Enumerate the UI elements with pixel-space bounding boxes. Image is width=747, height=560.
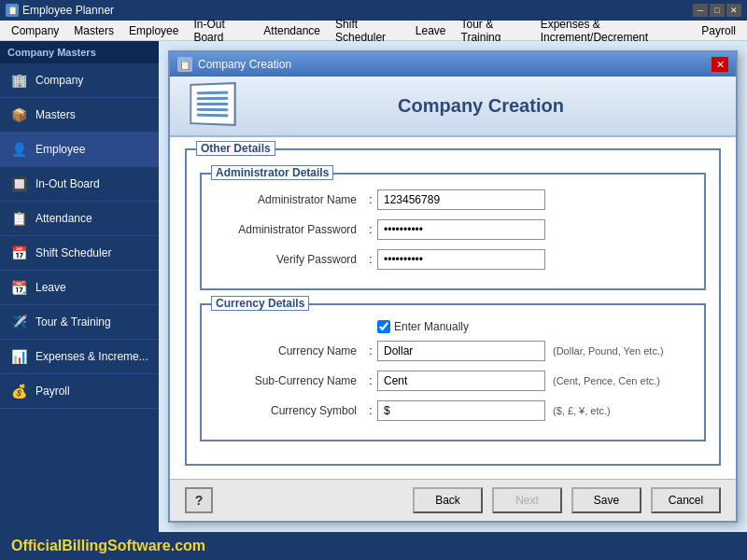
sub-currency-label: Sub-Currency Name — [215, 374, 364, 387]
currency-name-input[interactable] — [377, 341, 545, 361]
currency-details-section: Currency Details Enter Manually Currency… — [200, 303, 706, 441]
content-area: 📋 Company Creation ✕ — [159, 41, 747, 532]
enter-manually-label: Enter Manually — [394, 320, 469, 333]
dialog-window: 📋 Company Creation ✕ — [168, 50, 738, 523]
app-icon: 📋 — [6, 4, 19, 17]
sidebar-item-leave-label: Leave — [35, 281, 66, 294]
menu-company[interactable]: Company — [4, 22, 66, 39]
save-button[interactable]: Save — [571, 487, 641, 513]
sidebar: Company Masters 🏢 Company 📦 Masters 👤 Em… — [0, 41, 159, 532]
main-layout: Company Masters 🏢 Company 📦 Masters 👤 Em… — [0, 41, 747, 532]
company-icon: 🏢 — [9, 71, 28, 90]
sidebar-item-inout-label: In-Out Board — [35, 177, 100, 190]
sidebar-item-masters-label: Masters — [35, 108, 76, 121]
tour-icon: ✈️ — [9, 313, 28, 331]
help-button[interactable]: ? — [185, 487, 213, 513]
admin-name-input[interactable] — [377, 189, 545, 210]
title-bar-left: 📋 Employee Planner — [6, 4, 114, 17]
dialog-close-button[interactable]: ✕ — [712, 57, 728, 72]
currency-symbol-label: Currency Symbol — [215, 404, 364, 417]
sidebar-item-expenses[interactable]: 📊 Expenses & Increme... — [0, 340, 159, 374]
branding-bar: OfficialBillingSoftware.com — [0, 532, 747, 560]
sidebar-item-company-label: Company — [35, 74, 83, 87]
sidebar-item-shift-label: Shift Scheduler — [35, 246, 111, 259]
currency-symbol-row: Currency Symbol : ($, £, ¥, etc.) — [215, 400, 691, 421]
sidebar-item-attendance-label: Attendance — [35, 212, 92, 225]
currency-name-label: Currency Name — [215, 344, 364, 357]
sidebar-item-employee-label: Employee — [35, 143, 85, 156]
currency-name-hint: (Dollar, Pound, Yen etc.) — [553, 345, 664, 357]
menu-masters[interactable]: Masters — [66, 22, 121, 39]
inout-icon: 🔲 — [9, 175, 28, 193]
menu-attendance[interactable]: Attendance — [256, 22, 328, 39]
dialog-title-icon: 📋 — [177, 57, 192, 72]
expenses-icon: 📊 — [9, 347, 28, 366]
menu-payroll[interactable]: Payroll — [694, 22, 743, 39]
dialog-footer: ? Back Next Save Cancel — [170, 479, 736, 521]
sidebar-item-company[interactable]: 🏢 Company — [0, 63, 159, 98]
menu-leave[interactable]: Leave — [408, 22, 454, 39]
currency-name-colon: : — [364, 344, 377, 357]
admin-name-label: Administrator Name — [215, 193, 364, 206]
shift-icon: 📅 — [9, 244, 28, 262]
sidebar-item-shift[interactable]: 📅 Shift Scheduler — [0, 236, 159, 271]
enter-manually-checkbox[interactable] — [377, 320, 390, 333]
admin-password-row: Administrator Password : — [215, 219, 691, 240]
sub-currency-input[interactable] — [377, 371, 545, 391]
sub-currency-row: Sub-Currency Name : (Cent, Pence, Cen et… — [215, 371, 691, 391]
menu-employee[interactable]: Employee — [121, 22, 186, 39]
verify-password-input[interactable] — [377, 249, 545, 270]
dialog-content: Other Details Administrator Details Admi… — [170, 137, 736, 479]
sidebar-item-expenses-label: Expenses & Increme... — [35, 350, 148, 363]
admin-details-title: Administrator Details — [211, 165, 333, 180]
sidebar-header: Company Masters — [0, 41, 159, 63]
verify-password-colon: : — [364, 253, 377, 266]
other-details-title: Other Details — [196, 141, 275, 156]
verify-password-row: Verify Password : — [215, 249, 691, 270]
admin-name-row: Administrator Name : — [215, 189, 691, 210]
currency-symbol-colon: : — [364, 404, 377, 417]
notebook-icon — [190, 81, 235, 125]
enter-manually-row: Enter Manually — [377, 320, 691, 333]
minimize-button[interactable]: ─ — [693, 4, 708, 17]
masters-icon: 📦 — [9, 105, 28, 124]
payroll-icon: 💰 — [9, 382, 28, 400]
maximize-button[interactable]: □ — [710, 4, 725, 17]
sidebar-item-tour[interactable]: ✈️ Tour & Training — [0, 305, 159, 340]
admin-password-input[interactable] — [377, 219, 545, 240]
dialog-header-icon-area — [189, 83, 245, 130]
dialog-header: Company Creation — [170, 77, 736, 137]
next-button[interactable]: Next — [492, 487, 562, 513]
currency-symbol-input[interactable] — [377, 400, 545, 421]
dialog-title-bar: 📋 Company Creation ✕ — [170, 52, 736, 77]
admin-name-colon: : — [364, 193, 377, 206]
sidebar-item-leave[interactable]: 📆 Leave — [0, 271, 159, 305]
close-app-button[interactable]: ✕ — [726, 4, 741, 17]
admin-password-label: Administrator Password — [215, 223, 364, 236]
sidebar-item-tour-label: Tour & Training — [35, 315, 111, 329]
title-controls: ─ □ ✕ — [693, 4, 741, 17]
dialog-title-left: 📋 Company Creation — [177, 57, 291, 72]
admin-details-section: Administrator Details Administrator Name… — [200, 173, 706, 290]
sidebar-item-inout[interactable]: 🔲 In-Out Board — [0, 167, 159, 202]
admin-password-colon: : — [364, 223, 377, 236]
cancel-button[interactable]: Cancel — [651, 487, 721, 513]
sidebar-item-payroll[interactable]: 💰 Payroll — [0, 374, 159, 409]
sub-currency-colon: : — [364, 374, 377, 387]
currency-details-title: Currency Details — [211, 296, 309, 311]
verify-password-label: Verify Password — [215, 253, 364, 266]
sidebar-item-masters[interactable]: 📦 Masters — [0, 98, 159, 133]
currency-name-row: Currency Name : (Dollar, Pound, Yen etc.… — [215, 341, 691, 361]
sidebar-item-payroll-label: Payroll — [35, 385, 70, 398]
dialog-header-title: Company Creation — [245, 95, 717, 117]
leave-icon: 📆 — [9, 278, 28, 297]
back-button[interactable]: Back — [413, 487, 483, 513]
menu-bar: Company Masters Employee In-Out Board At… — [0, 21, 747, 41]
currency-symbol-hint: ($, £, ¥, etc.) — [553, 405, 611, 416]
sidebar-item-attendance[interactable]: 📋 Attendance — [0, 202, 159, 236]
sub-currency-hint: (Cent, Pence, Cen etc.) — [553, 375, 660, 386]
dialog-title-label: Company Creation — [198, 58, 291, 71]
other-details-section: Other Details Administrator Details Admi… — [185, 148, 721, 466]
employee-icon: 👤 — [9, 140, 28, 159]
sidebar-item-employee[interactable]: 👤 Employee — [0, 133, 159, 167]
